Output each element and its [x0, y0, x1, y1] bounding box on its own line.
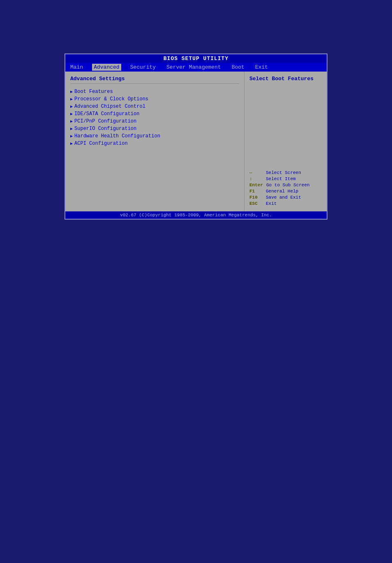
desc-f1: General Help: [266, 189, 298, 194]
bios-title-bar: BIOS SETUP UTILITY: [65, 54, 327, 63]
key-f10: F10: [249, 195, 263, 200]
help-key-row-select-screen: ↔ Select Screen: [249, 170, 322, 175]
menu-advanced[interactable]: Advanced: [92, 64, 121, 71]
bios-left-panel: Advanced Settings Boot Features Processo…: [65, 72, 244, 211]
help-title: Select Boot Features: [249, 76, 322, 82]
menu-main[interactable]: Main: [69, 64, 85, 71]
advanced-menu-list: Boot Features Processor & Clock Options …: [70, 89, 239, 146]
section-title: Advanced Settings: [70, 76, 239, 84]
bios-footer: v02.67 (C)Copyright 1985-2009, American …: [65, 211, 327, 219]
bios-menu-bar: Main Advanced Security Server Management…: [65, 63, 327, 72]
desc-select-item: Select Item: [266, 176, 296, 181]
desc-select-screen: Select Screen: [266, 170, 301, 175]
menu-item-boot-features[interactable]: Boot Features: [70, 89, 239, 95]
bios-window: BIOS SETUP UTILITY Main Advanced Securit…: [65, 53, 327, 220]
menu-server-management[interactable]: Server Management: [165, 64, 223, 71]
menu-item-ide-sata[interactable]: IDE/SATA Configuration: [70, 111, 239, 117]
help-keys: ↔ Select Screen ↕ Select Item Enter Go t…: [249, 170, 322, 207]
desc-enter: Go to Sub Screen: [266, 183, 310, 188]
menu-security[interactable]: Security: [129, 64, 157, 71]
menu-item-superio[interactable]: SuperIO Configuration: [70, 126, 239, 132]
menu-item-pci-pnp[interactable]: PCI/PnP Configuration: [70, 118, 239, 124]
desc-f10: Save and Exit: [266, 195, 301, 200]
help-key-row-esc: ESC Exit: [249, 201, 322, 206]
bios-content: Advanced Settings Boot Features Processo…: [65, 72, 327, 211]
key-arrows-lr: ↔: [249, 170, 263, 175]
help-key-row-select-item: ↕ Select Item: [249, 176, 322, 181]
desc-esc: Exit: [266, 201, 277, 206]
menu-boot[interactable]: Boot: [230, 64, 246, 71]
key-arrows-ud: ↕: [249, 176, 263, 181]
help-key-row-enter: Enter Go to Sub Screen: [249, 183, 322, 188]
help-key-row-f1: F1 General Help: [249, 189, 322, 194]
key-enter: Enter: [249, 183, 263, 188]
key-f1: F1: [249, 189, 263, 194]
footer-text: v02.67 (C)Copyright 1985-2009, American …: [120, 213, 272, 218]
help-key-row-f10: F10 Save and Exit: [249, 195, 322, 200]
bios-right-panel: Select Boot Features ↔ Select Screen ↕ S…: [244, 72, 327, 211]
bios-title: BIOS SETUP UTILITY: [164, 56, 228, 62]
menu-item-processor[interactable]: Processor & Clock Options: [70, 96, 239, 102]
menu-item-acpi[interactable]: ACPI Configuration: [70, 141, 239, 146]
menu-item-chipset[interactable]: Advanced Chipset Control: [70, 104, 239, 109]
key-esc: ESC: [249, 201, 263, 206]
menu-item-hardware-health[interactable]: Hardware Health Configuration: [70, 133, 239, 139]
menu-exit[interactable]: Exit: [254, 64, 270, 71]
